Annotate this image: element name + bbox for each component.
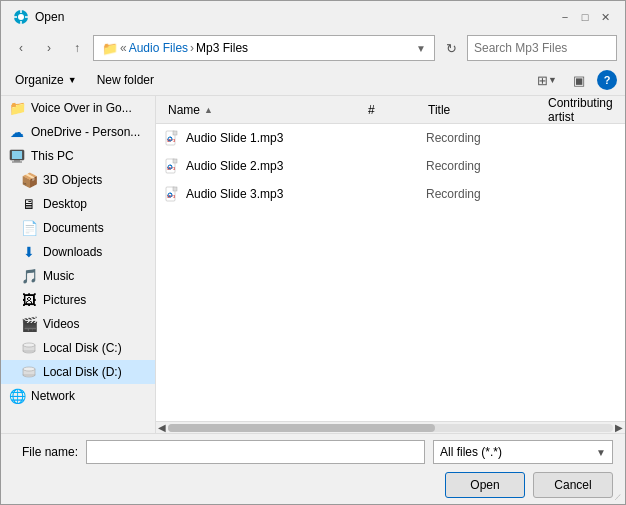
view-chevron-icon: ▼ (548, 75, 557, 85)
path-folder-icon: 📁 (102, 41, 118, 56)
sidebar-item-documents[interactable]: 📄 Documents (1, 216, 155, 240)
refresh-button[interactable]: ↻ (439, 36, 463, 60)
mp3-file-icon-3: MP3 (164, 186, 180, 202)
table-row[interactable]: MP3 Audio Slide 2.mp3 Recording (156, 152, 625, 180)
col-header-title[interactable]: Title (424, 96, 544, 123)
sidebar-item-local-c[interactable]: Local Disk (C:) (1, 336, 155, 360)
file-list-container: Name ▲ # Title Contributing artist (156, 96, 625, 433)
sidebar-item-onedrive[interactable]: ☁ OneDrive - Person... (1, 120, 155, 144)
new-folder-button[interactable]: New folder (91, 68, 160, 92)
back-button[interactable]: ‹ (9, 36, 33, 60)
sidebar-item-voice-over[interactable]: 📁 Voice Over in Go... (1, 96, 155, 120)
path-dropdown-chevron[interactable]: ▼ (416, 43, 426, 54)
maximize-button[interactable]: □ (577, 9, 593, 25)
videos-icon: 🎬 (21, 316, 37, 332)
filename-input[interactable] (86, 440, 425, 464)
path-current: Mp3 Files (196, 41, 248, 55)
file-name-3: Audio Slide 3.mp3 (186, 187, 366, 201)
sidebar-label-pictures: Pictures (43, 293, 86, 307)
hscroll-left-arrow[interactable]: ◀ (158, 422, 166, 433)
close-button[interactable]: ✕ (597, 9, 613, 25)
col-title-label: Title (428, 103, 450, 117)
local-d-icon (21, 364, 37, 380)
hscroll-thumb[interactable] (168, 424, 435, 432)
sidebar-item-music[interactable]: 🎵 Music (1, 264, 155, 288)
table-row[interactable]: MP3 Audio Slide 1.mp3 Recording (156, 124, 625, 152)
address-path[interactable]: 📁 « Audio Files › Mp3 Files ▼ (93, 35, 435, 61)
sidebar-label-onedrive: OneDrive - Person... (31, 125, 140, 139)
filetype-select[interactable]: All files (*.*) ▼ (433, 440, 613, 464)
search-input[interactable] (474, 41, 624, 55)
open-button[interactable]: Open (445, 472, 525, 498)
sidebar-item-3d-objects[interactable]: 📦 3D Objects (1, 168, 155, 192)
mp3-file-icon-2: MP3 (164, 158, 180, 174)
pictures-icon: 🖼 (21, 292, 37, 308)
filetype-value: All files (*.*) (440, 445, 502, 459)
cancel-button[interactable]: Cancel (533, 472, 613, 498)
downloads-icon: ⬇ (21, 244, 37, 260)
bottom-bar: File name: All files (*.*) ▼ Open Cancel (1, 433, 625, 504)
title-bar: Open − □ ✕ (1, 1, 625, 31)
dialog-icon (13, 9, 29, 25)
sidebar-item-network[interactable]: 🌐 Network (1, 384, 155, 408)
file-name-1: Audio Slide 1.mp3 (186, 131, 366, 145)
sidebar-label-downloads: Downloads (43, 245, 102, 259)
filetype-dropdown-arrow: ▼ (596, 447, 606, 458)
toolbar: Organize ▼ New folder ⊞ ▼ ▣ ? (1, 65, 625, 96)
mp3-file-icon-1: MP3 (164, 130, 180, 146)
col-header-name[interactable]: Name ▲ (164, 96, 364, 123)
svg-rect-18 (173, 159, 177, 163)
sidebar-item-local-d[interactable]: Local Disk (D:) (1, 360, 155, 384)
organize-label: Organize (15, 73, 64, 87)
view-grid-icon: ⊞ (537, 73, 548, 88)
svg-point-1 (18, 14, 24, 20)
local-c-icon (21, 340, 37, 356)
sidebar: 📁 Voice Over in Go... ☁ OneDrive - Perso… (1, 96, 156, 433)
col-hash-label: # (368, 103, 375, 117)
music-icon: 🎵 (21, 268, 37, 284)
view-toggle-button[interactable]: ⊞ ▼ (533, 68, 561, 92)
resize-grip[interactable]: ⟋ (613, 491, 623, 502)
horizontal-scrollbar[interactable]: ◀ ▶ (156, 421, 625, 433)
main-content: 📁 Voice Over in Go... ☁ OneDrive - Perso… (1, 96, 625, 433)
svg-rect-23 (173, 187, 177, 191)
sidebar-label-documents: Documents (43, 221, 104, 235)
preview-button[interactable]: ▣ (565, 68, 593, 92)
search-box[interactable]: 🔍 (467, 35, 617, 61)
file-title-3: Recording (426, 187, 546, 201)
svg-point-8 (23, 343, 35, 347)
hscroll-track (168, 424, 613, 432)
sidebar-label-local-d: Local Disk (D:) (43, 365, 122, 379)
sidebar-label-voice-over: Voice Over in Go... (31, 101, 132, 115)
3d-objects-icon: 📦 (21, 172, 37, 188)
sidebar-label-network: Network (31, 389, 75, 403)
sidebar-item-videos[interactable]: 🎬 Videos (1, 312, 155, 336)
col-header-contrib[interactable]: Contributing artist (544, 96, 617, 123)
minimize-button[interactable]: − (557, 9, 573, 25)
file-title-1: Recording (426, 131, 546, 145)
organize-button[interactable]: Organize ▼ (9, 68, 83, 92)
sidebar-item-pictures[interactable]: 🖼 Pictures (1, 288, 155, 312)
hscroll-right-arrow[interactable]: ▶ (615, 422, 623, 433)
filename-row: File name: All files (*.*) ▼ (13, 440, 613, 464)
action-row: Open Cancel (13, 472, 613, 498)
svg-rect-5 (12, 162, 22, 163)
dialog-title: Open (35, 10, 64, 24)
up-button[interactable]: ↑ (65, 36, 89, 60)
sidebar-item-downloads[interactable]: ⬇ Downloads (1, 240, 155, 264)
sidebar-label-3d-objects: 3D Objects (43, 173, 102, 187)
file-name-2: Audio Slide 2.mp3 (186, 159, 366, 173)
col-header-hash[interactable]: # (364, 96, 424, 123)
sidebar-item-this-pc[interactable]: This PC (1, 144, 155, 168)
help-button[interactable]: ? (597, 70, 617, 90)
path-audio-files[interactable]: Audio Files (129, 41, 188, 55)
svg-rect-13 (173, 131, 177, 135)
table-row[interactable]: MP3 Audio Slide 3.mp3 Recording (156, 180, 625, 208)
desktop-icon: 🖥 (21, 196, 37, 212)
documents-icon: 📄 (21, 220, 37, 236)
forward-button[interactable]: › (37, 36, 61, 60)
svg-rect-4 (14, 160, 20, 162)
network-icon: 🌐 (9, 388, 25, 404)
sidebar-item-desktop[interactable]: 🖥 Desktop (1, 192, 155, 216)
sidebar-label-desktop: Desktop (43, 197, 87, 211)
